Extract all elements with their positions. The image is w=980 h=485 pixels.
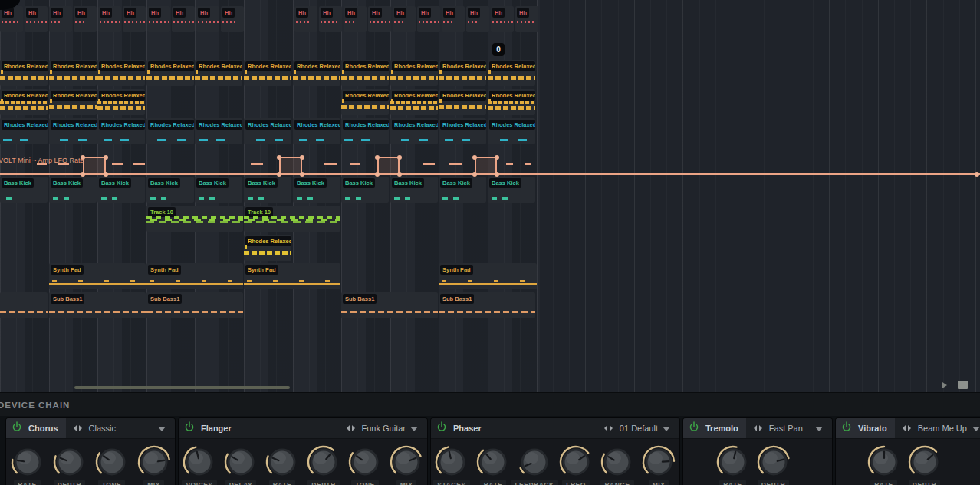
automation-dash[interactable]	[525, 163, 531, 165]
clip-rhodes-b[interactable]: Rhodes Relaxed 2	[97, 89, 145, 115]
automation-point[interactable]	[375, 155, 380, 160]
preset-selector[interactable]: 01 Default	[603, 424, 658, 433]
automation-point[interactable]	[300, 172, 304, 177]
clip-rhodes-a[interactable]: Rhodes Relaxed 1	[293, 60, 340, 86]
clip-rhodes-b[interactable]: Rhodes Relaxed 1	[49, 89, 97, 115]
clip-rhodes-small[interactable]: Rhodes Relaxed 1	[244, 235, 291, 261]
automation-dash[interactable]	[449, 163, 462, 165]
automation-point[interactable]	[375, 172, 380, 177]
clip-track-10[interactable]: Track 10	[146, 206, 243, 232]
clip-synth-pad[interactable]: Synth Pad	[244, 263, 340, 289]
clip-rhodes-b[interactable]: Rhodes Relaxed 2	[390, 89, 438, 115]
clip-synth-pad[interactable]: Synth Pad	[439, 263, 537, 289]
clip-hihat[interactable]: Hh	[147, 6, 170, 32]
automation-lane[interactable]: VOLT Mini ~ Amp LFO Rate	[0, 147, 980, 177]
preset-name[interactable]: Classic	[89, 424, 116, 433]
automation-pulse[interactable]	[377, 157, 400, 173]
knob-rate[interactable]: RATE	[261, 439, 303, 485]
automation-dash[interactable]	[506, 163, 513, 165]
automation-dash[interactable]	[112, 163, 123, 165]
clip-rhodes-teal[interactable]: Rhodes Relaxed 1	[293, 118, 340, 144]
scroll-right-arrow-icon[interactable]	[942, 382, 947, 388]
preset-selector[interactable]: Beam Me Up	[902, 424, 967, 433]
knob-tone[interactable]: TONE	[90, 439, 133, 485]
clip-rhodes-a[interactable]: Rhodes Relaxed 1	[49, 60, 97, 86]
automation-point[interactable]	[397, 155, 402, 160]
clip-hihat[interactable]: Hh	[196, 6, 219, 32]
power-button[interactable]	[841, 421, 852, 435]
automation-point[interactable]	[975, 172, 979, 177]
clip-rhodes-teal[interactable]: Rhodes Relaxed 1	[390, 118, 438, 144]
clip-hihat[interactable]: Hh	[98, 6, 121, 32]
preset-prev-next-icon[interactable]	[753, 424, 763, 432]
clip-hihat[interactable]: Hh	[393, 6, 416, 32]
clip-hihat[interactable]: Hh	[491, 6, 514, 32]
clip-rhodes-teal[interactable]: Rhodes Relaxed 1	[49, 118, 97, 144]
clip-rhodes-a[interactable]: Rhodes Relaxed 1	[341, 60, 389, 86]
clip-hihat[interactable]: Hh	[172, 6, 195, 32]
clip-bass-kick[interactable]: Bass Kick	[244, 177, 291, 203]
preset-selector[interactable]: Funk Guitar	[346, 424, 406, 433]
automation-point[interactable]	[104, 155, 108, 160]
clip-hihat[interactable]: Hh	[25, 6, 48, 32]
automation-pulse[interactable]	[475, 157, 497, 173]
knob-depth[interactable]: DEPTH	[303, 439, 344, 485]
clip-rhodes-teal[interactable]: Rhodes Relaxed 1	[341, 118, 389, 144]
loop-marker-badge[interactable]: 0	[492, 43, 505, 56]
preset-prev-next-icon[interactable]	[902, 424, 912, 432]
clip-rhodes-a[interactable]: Rhodes Relaxed 1	[390, 60, 438, 86]
clip-hihat[interactable]: Hh	[49, 6, 72, 32]
automation-point[interactable]	[277, 172, 281, 177]
clip-rhodes-b[interactable]: Rhodes Relaxed 2	[488, 89, 535, 115]
clip-rhodes-b[interactable]: Rhodes Relaxed 2	[0, 89, 48, 115]
knob-stages[interactable]: STAGES	[431, 439, 472, 485]
clip-rhodes-a[interactable]: Rhodes Relaxed 1	[97, 60, 145, 86]
knob-delay[interactable]: DELAY	[220, 439, 261, 485]
clip-sub-bass[interactable]: Sub Bass1	[341, 292, 438, 318]
clip-bass-kick[interactable]: Bass Kick	[390, 177, 438, 203]
preset-prev-next-icon[interactable]	[346, 424, 356, 432]
clip-hihat[interactable]: Hh	[417, 6, 440, 32]
preset-prev-next-icon[interactable]	[73, 424, 83, 432]
device-header[interactable]: Phaser01 Default	[431, 418, 679, 439]
horizontal-scrollbar-thumb[interactable]	[74, 386, 290, 389]
knob-freq[interactable]: FREQ	[555, 439, 597, 485]
device-name-chip[interactable]: Chorus	[6, 418, 66, 438]
clip-synth-pad[interactable]: Synth Pad	[146, 263, 243, 289]
knob-mix[interactable]: MIX	[638, 439, 679, 485]
clip-rhodes-a[interactable]: Rhodes Relaxed 1	[488, 60, 535, 86]
knob-mix[interactable]: MIX	[133, 439, 175, 485]
automation-point[interactable]	[472, 172, 477, 177]
clip-hihat[interactable]: Hh	[319, 6, 342, 32]
clip-hihat[interactable]: Hh	[344, 6, 367, 32]
automation-pulse[interactable]	[279, 157, 302, 173]
clip-bass-kick[interactable]: Bass Kick	[293, 177, 340, 203]
preset-name[interactable]: Funk Guitar	[362, 424, 406, 433]
preset-name[interactable]: Fast Pan	[769, 424, 803, 433]
clip-rhodes-teal[interactable]: Rhodes Relaxed 1	[488, 118, 535, 144]
clip-rhodes-teal[interactable]: Rhodes Relaxed 1	[244, 118, 291, 144]
chevron-down-icon[interactable]	[158, 427, 166, 431]
automation-dash[interactable]	[251, 163, 263, 165]
automation-point[interactable]	[495, 172, 499, 177]
clip-hihat[interactable]: Hh	[294, 6, 317, 32]
chevron-down-icon[interactable]	[972, 427, 980, 431]
chevron-down-icon[interactable]	[815, 427, 823, 431]
knob-rate[interactable]: RATE	[863, 439, 904, 485]
knob-depth[interactable]: DEPTH	[48, 439, 90, 485]
preset-selector[interactable]: Fast Pan	[753, 424, 803, 433]
clip-hihat[interactable]: Hh	[123, 6, 146, 32]
clip-hihat[interactable]: Hh	[466, 6, 489, 32]
preset-name[interactable]: Beam Me Up	[918, 424, 967, 433]
device-name-chip[interactable]: Tremolo	[683, 418, 746, 438]
clip-hihat[interactable]: Hh	[442, 6, 465, 32]
clip-rhodes-a[interactable]: Rhodes Relaxed 1	[0, 60, 48, 86]
automation-dash[interactable]	[324, 163, 337, 165]
knob-tone[interactable]: TONE	[344, 439, 386, 485]
clip-track-10[interactable]: Track 10	[244, 206, 340, 232]
automation-dash[interactable]	[133, 163, 145, 165]
clip-sub-bass[interactable]: Sub Bass1	[146, 292, 243, 318]
automation-point[interactable]	[81, 172, 85, 177]
automation-point[interactable]	[495, 155, 499, 160]
clip-rhodes-a[interactable]: Rhodes Relaxed 1	[244, 60, 291, 86]
